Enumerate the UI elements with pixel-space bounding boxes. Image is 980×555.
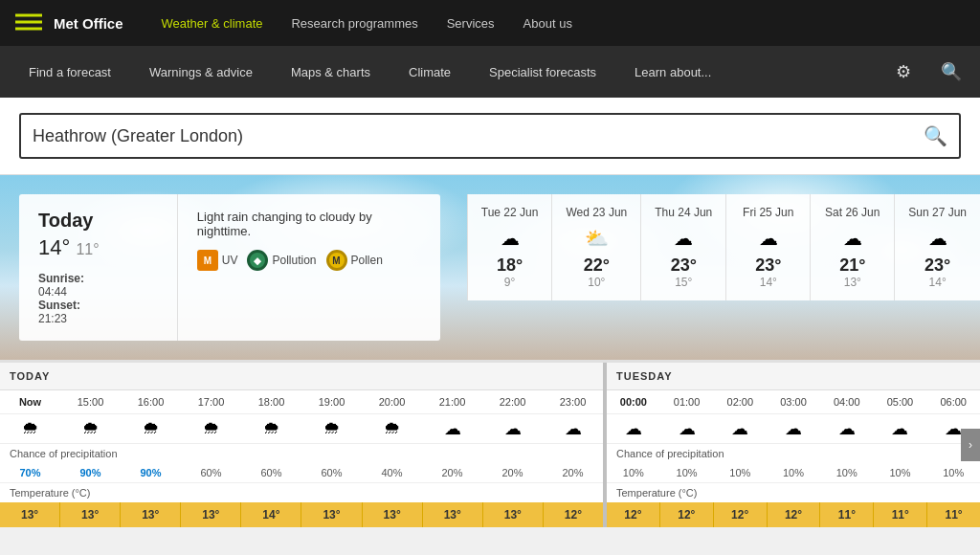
pollen-indicator[interactable]: M Pollen — [326, 250, 383, 271]
precip-cell-2: 90% — [121, 465, 181, 480]
sunrise-time: 04:44 — [38, 285, 67, 299]
weekly-day-5[interactable]: Sun 27 Jun ☁ 23° 14° — [894, 194, 980, 300]
temp-cell-0: 13° — [0, 502, 60, 527]
hour-time-9: 23:00 — [543, 390, 603, 413]
precip-cell-6: 10% — [926, 465, 980, 480]
pollen-icon: M — [326, 250, 347, 271]
hour-icon-0: ☁ — [607, 418, 660, 439]
logo[interactable]: Met Office — [15, 10, 123, 36]
nav-weather-climate[interactable]: Weather & climate — [162, 16, 263, 31]
precip-cell-5: 60% — [301, 465, 362, 480]
sunset-time: 21:23 — [38, 312, 67, 325]
sec-nav-learn[interactable]: Learn about... — [615, 46, 730, 98]
temp-cell-2: 12° — [714, 502, 768, 527]
hour-time-8: 22:00 — [482, 390, 543, 413]
precip-values-row: 10%10%10%10%10%10%10% — [607, 463, 980, 483]
sec-nav-climate[interactable]: Climate — [390, 46, 470, 98]
day-date-1: Wed 23 Jun — [566, 206, 627, 219]
weekly-day-2[interactable]: Thu 24 Jun ☁ 23° 15° — [640, 194, 725, 300]
uv-icon: M — [197, 250, 218, 271]
today-left: Today 14° 11° Sunrise: 04:44 Sunset: 21:… — [19, 194, 178, 341]
hourly-section: TODAYNow15:0016:0017:0018:0019:0020:0021… — [0, 360, 980, 527]
day-high-2: 23° — [655, 255, 712, 276]
hour-time-6: 20:00 — [362, 390, 422, 413]
temp-cell-7: 13° — [423, 502, 483, 527]
temp-label: Temperature (°C) — [607, 483, 980, 502]
sec-nav-specialist[interactable]: Specialist forecasts — [470, 46, 615, 98]
precip-values-row: 70%90%90%60%60%60%40%20%20%20% — [0, 463, 603, 483]
hour-time-5: 05:00 — [874, 390, 927, 413]
settings-button[interactable]: ⚙ — [884, 53, 923, 91]
sec-nav-links: Find a forecast Warnings & advice Maps &… — [10, 46, 884, 98]
today-temp: 14° 11° — [38, 235, 158, 260]
day-low-0: 9° — [481, 276, 539, 289]
day-high-4: 21° — [824, 255, 880, 276]
pollen-label: Pollen — [351, 254, 383, 267]
sec-nav-icons: ⚙ 🔍 — [884, 53, 970, 91]
hourly-times-row: Now15:0016:0017:0018:0019:0020:0021:0022… — [0, 390, 603, 414]
day-date-2: Thu 24 Jun — [655, 206, 712, 219]
search-submit-button[interactable]: 🔍 — [924, 124, 947, 147]
hour-time-0: 00:00 — [607, 390, 660, 413]
today-right: Light rain changing to cloudy by nightti… — [178, 194, 440, 341]
day-icon-3: ☁ — [740, 227, 796, 250]
precip-cell-8: 20% — [482, 465, 543, 480]
sunset-info: Sunset: 21:23 — [38, 299, 82, 325]
uv-indicator[interactable]: M UV — [197, 250, 238, 271]
hour-icon-9: ☁ — [543, 418, 603, 439]
search-button[interactable]: 🔍 — [932, 53, 970, 91]
sunset-label: Sunset: — [38, 299, 82, 312]
nav-about[interactable]: About us — [523, 16, 572, 31]
day-low-1: 10° — [566, 276, 627, 289]
weekly-day-3[interactable]: Fri 25 Jun ☁ 23° 14° — [725, 194, 810, 300]
sec-nav: Find a forecast Warnings & advice Maps &… — [0, 46, 980, 98]
nav-services[interactable]: Services — [447, 16, 495, 31]
precip-cell-3: 60% — [181, 465, 241, 480]
pollution-icon: ◆ — [247, 250, 268, 271]
sec-nav-maps[interactable]: Maps & charts — [272, 46, 390, 98]
hour-icon-4: 🌧 — [241, 418, 301, 439]
hourly-icons-row: 🌧🌧🌧🌧🌧🌧🌧☁☁☁ — [0, 414, 603, 444]
day-date-3: Fri 25 Jun — [740, 206, 796, 219]
day-icon-1: ⛅ — [566, 227, 627, 250]
search-box: 🔍 — [19, 113, 961, 159]
hourly-header: TUESDAY — [607, 363, 980, 390]
hour-time-7: 21:00 — [422, 390, 482, 413]
precip-cell-9: 20% — [543, 465, 603, 480]
hour-icon-3: ☁ — [767, 418, 820, 439]
hour-time-3: 17:00 — [181, 390, 241, 413]
pollution-indicator[interactable]: ◆ Pollution — [247, 250, 316, 271]
weekly-strip: Tue 22 Jun ☁ 18° 9° Wed 23 Jun ⛅ 22° 10°… — [467, 194, 980, 300]
pollution-label: Pollution — [272, 254, 316, 267]
hourly-header: TODAY — [0, 363, 603, 390]
top-nav: Met Office Weather & climate Research pr… — [0, 0, 980, 46]
search-input[interactable] — [33, 126, 924, 146]
precip-cell-5: 10% — [874, 465, 927, 480]
weekly-day-4[interactable]: Sat 26 Jun ☁ 21° 13° — [810, 194, 894, 300]
today-label: Today — [38, 210, 158, 232]
scroll-right-button[interactable]: › — [961, 429, 980, 461]
hour-icon-7: ☁ — [422, 418, 482, 439]
hour-icon-2: 🌧 — [121, 418, 181, 439]
hour-time-1: 01:00 — [660, 390, 714, 413]
hour-icon-3: 🌧 — [181, 418, 241, 439]
day-low-5: 14° — [908, 276, 967, 289]
precip-cell-1: 10% — [660, 465, 714, 480]
sec-nav-warnings[interactable]: Warnings & advice — [130, 46, 272, 98]
hour-time-1: 15:00 — [60, 390, 121, 413]
sec-nav-find-forecast[interactable]: Find a forecast — [10, 46, 130, 98]
temp-cell-0: 12° — [607, 502, 660, 527]
weekly-day-0[interactable]: Tue 22 Jun ☁ 18° 9° — [467, 194, 552, 300]
day-low-4: 13° — [824, 276, 880, 289]
hour-time-0: Now — [0, 390, 60, 413]
uv-label: UV — [222, 254, 238, 267]
weekly-day-1[interactable]: Wed 23 Jun ⛅ 22° 10° — [551, 194, 640, 300]
hourly-temps-row: 13°13°13°13°14°13°13°13°13°12° — [0, 502, 603, 527]
temp-cell-5: 11° — [874, 502, 927, 527]
today-low-temp: 11° — [76, 241, 99, 257]
day-icon-4: ☁ — [824, 227, 880, 250]
nav-research[interactable]: Research programmes — [291, 16, 417, 31]
hour-icon-2: ☁ — [713, 418, 767, 439]
sunrise-label: Sunrise: — [38, 272, 84, 285]
today-hourly-panel: TODAYNow15:0016:0017:0018:0019:0020:0021… — [0, 363, 607, 527]
